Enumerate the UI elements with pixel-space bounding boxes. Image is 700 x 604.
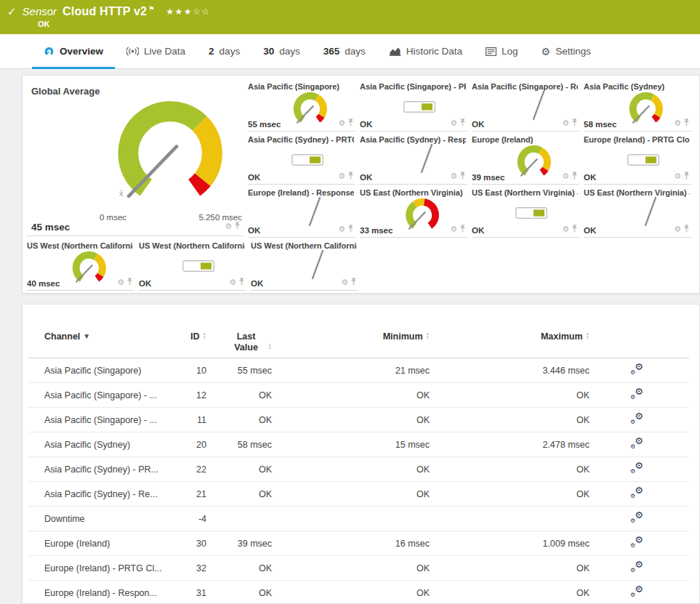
column-header-last-value[interactable]: Last Value ▲▼ bbox=[206, 331, 272, 353]
channel-tile[interactable]: US East (Northern Virginia) - ...OK⚙ bbox=[472, 188, 579, 238]
flag-icon[interactable]: ⚑ bbox=[148, 5, 154, 12]
pin-icon[interactable] bbox=[238, 275, 245, 289]
tab-settings[interactable]: ⚙Settings bbox=[530, 34, 603, 68]
tile-value: 55 msec bbox=[248, 120, 281, 129]
column-header-id[interactable]: ID ▲▼ bbox=[175, 331, 206, 342]
pin-icon[interactable] bbox=[459, 222, 466, 235]
channel-settings-icon[interactable]: ⚙⚙ bbox=[630, 438, 643, 449]
gear-icon[interactable]: ⚙ bbox=[450, 225, 457, 233]
column-header-minimum[interactable]: Minimum ▲▼ bbox=[272, 331, 430, 342]
pin-icon[interactable] bbox=[350, 275, 357, 289]
pin-icon[interactable] bbox=[683, 169, 690, 182]
channel-tile[interactable]: US West (Northern California)...OK⚙ bbox=[251, 241, 358, 291]
channel-settings-icon[interactable]: ⚙⚙ bbox=[630, 363, 643, 375]
priority-stars[interactable]: ★★★☆☆ bbox=[166, 7, 210, 17]
tab-365-days[interactable]: 365days bbox=[312, 34, 377, 68]
cell-last-value: OK bbox=[206, 563, 272, 573]
tab-2-days[interactable]: 2days bbox=[197, 34, 252, 68]
channel-settings-icon[interactable]: ⚙⚙ bbox=[630, 586, 643, 597]
gear-icon[interactable]: ⚙ bbox=[450, 172, 457, 180]
cell-channel: Asia Pacific (Singapore) bbox=[44, 366, 175, 376]
channel-gauge bbox=[624, 89, 668, 130]
tab-overview[interactable]: Overview bbox=[32, 34, 115, 68]
gear-icon[interactable]: ⚙ bbox=[674, 225, 681, 233]
column-header-maximum[interactable]: Maximum ▲▼ bbox=[430, 331, 590, 342]
gear-icon[interactable]: ⚙ bbox=[117, 278, 124, 286]
tab-label: Historic Data bbox=[406, 46, 462, 57]
table-row: Asia Pacific (Singapore)1055 msec21 msec… bbox=[28, 358, 689, 383]
tab-live-data[interactable]: Live Data bbox=[115, 34, 197, 68]
pin-icon[interactable] bbox=[683, 116, 690, 129]
cell-maximum: OK bbox=[430, 415, 590, 425]
tile-global-average[interactable]: Global Average x̄ 0 msec 5.250 msec 45 m… bbox=[27, 82, 244, 236]
pin-icon[interactable] bbox=[459, 116, 466, 129]
tab-30-days[interactable]: 30days bbox=[252, 34, 312, 68]
gear-icon[interactable]: ⚙ bbox=[674, 119, 681, 127]
pin-icon[interactable] bbox=[459, 169, 466, 182]
column-label: Channel bbox=[44, 331, 80, 342]
channel-settings-icon[interactable]: ⚙⚙ bbox=[630, 413, 643, 424]
pin-icon[interactable] bbox=[126, 275, 133, 289]
tab-historic-data[interactable]: Historic Data bbox=[377, 34, 474, 68]
gear-icon[interactable]: ⚙ bbox=[562, 225, 569, 233]
overview-panel: Global Average x̄ 0 msec 5.250 msec 45 m… bbox=[22, 75, 700, 294]
tab-number: 30 bbox=[263, 46, 274, 57]
pin-icon[interactable] bbox=[347, 222, 354, 235]
pin-icon[interactable] bbox=[571, 169, 578, 182]
cell-last-value: OK bbox=[206, 464, 272, 475]
column-label: ID bbox=[190, 331, 200, 342]
pin-icon[interactable] bbox=[571, 222, 578, 235]
channel-settings-icon[interactable]: ⚙⚙ bbox=[630, 487, 643, 499]
channel-settings-icon[interactable]: ⚙⚙ bbox=[630, 512, 643, 523]
cell-last-value: OK bbox=[206, 588, 272, 598]
cell-last-value: 55 msec bbox=[206, 366, 272, 376]
channel-tile[interactable]: Asia Pacific (Sydney) - Respo...OK⚙ bbox=[360, 135, 467, 185]
channel-tile[interactable]: Asia Pacific (Sydney)58 msec⚙ bbox=[584, 82, 691, 132]
channel-tile[interactable]: US East (Northern Virginia)33 msec⚙ bbox=[360, 188, 467, 238]
pin-icon[interactable] bbox=[571, 116, 578, 129]
pin-icon[interactable] bbox=[683, 222, 690, 235]
channel-tile[interactable]: US West (Northern California)...OK⚙ bbox=[139, 241, 246, 291]
tile-title: US West (Northern California)... bbox=[139, 241, 245, 250]
broadcast-icon bbox=[126, 47, 139, 56]
cell-maximum: 3.446 msec bbox=[430, 366, 590, 376]
table-row: Asia Pacific (Sydney) - Re...21OKOKOK⚙⚙ bbox=[28, 482, 689, 507]
cell-last-value: OK bbox=[206, 390, 272, 400]
cell-last-value: OK bbox=[206, 415, 272, 425]
tab-label: days bbox=[345, 46, 366, 57]
column-header-channel[interactable]: Channel ▼ bbox=[44, 331, 175, 342]
cell-channel: Europe (Ireland) bbox=[44, 539, 175, 549]
gear-icon[interactable]: ⚙ bbox=[562, 119, 569, 127]
tile-value: OK bbox=[360, 120, 372, 129]
column-label: Minimum bbox=[383, 331, 423, 342]
gear-icon[interactable]: ⚙ bbox=[450, 119, 457, 127]
pin-icon[interactable] bbox=[234, 220, 241, 233]
pin-icon[interactable] bbox=[347, 116, 354, 129]
channel-settings-icon[interactable]: ⚙⚙ bbox=[630, 561, 643, 573]
gear-icon[interactable]: ⚙ bbox=[341, 278, 348, 286]
channel-settings-icon[interactable]: ⚙⚙ bbox=[630, 536, 643, 548]
tab-log[interactable]: Log bbox=[474, 34, 530, 68]
gear-icon[interactable]: ⚙ bbox=[562, 172, 569, 180]
channel-tile[interactable]: Asia Pacific (Singapore) - Res...OK⚙ bbox=[472, 82, 579, 132]
channel-tile[interactable]: Asia Pacific (Sydney) - PRTG ...OK⚙ bbox=[248, 135, 355, 185]
channel-settings-icon[interactable]: ⚙⚙ bbox=[630, 388, 643, 400]
channel-tile[interactable]: Europe (Ireland)39 msec⚙ bbox=[472, 135, 579, 185]
gear-icon[interactable]: ⚙ bbox=[338, 225, 345, 233]
channel-tile[interactable]: Asia Pacific (Singapore)55 msec⚙ bbox=[248, 82, 355, 132]
channel-tile[interactable]: Europe (Ireland) - PRTG Cloud...OK⚙ bbox=[584, 135, 691, 185]
gear-icon[interactable]: ⚙ bbox=[229, 278, 236, 286]
channel-tile[interactable]: US East (Northern Virginia) - ...OK⚙ bbox=[584, 188, 691, 238]
pin-icon[interactable] bbox=[347, 169, 354, 182]
channel-tile[interactable]: Asia Pacific (Singapore) - PR...OK⚙ bbox=[360, 82, 467, 132]
gear-icon[interactable]: ⚙ bbox=[225, 222, 232, 230]
channel-tile[interactable]: Europe (Ireland) - Response C...OK⚙ bbox=[248, 188, 355, 238]
historic-icon bbox=[389, 47, 401, 56]
log-icon bbox=[486, 47, 496, 56]
gear-icon[interactable]: ⚙ bbox=[338, 172, 345, 180]
gear-icon[interactable]: ⚙ bbox=[674, 172, 681, 180]
tile-value: OK bbox=[139, 279, 151, 288]
gear-icon[interactable]: ⚙ bbox=[338, 119, 345, 127]
channel-tile[interactable]: US West (Northern California)40 msec⚙ bbox=[27, 241, 134, 291]
channel-settings-icon[interactable]: ⚙⚙ bbox=[630, 462, 643, 474]
